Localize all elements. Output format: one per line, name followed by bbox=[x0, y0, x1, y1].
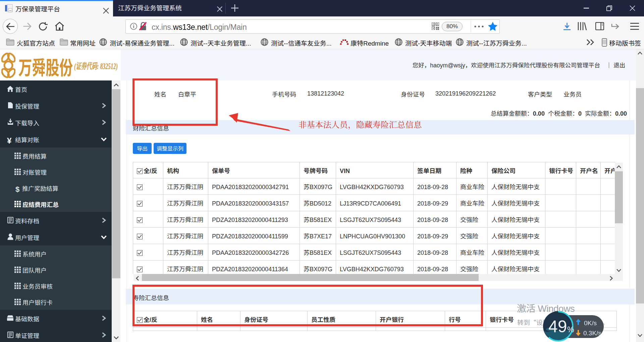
svg-text:%: % bbox=[567, 325, 574, 334]
svg-text:0.3K/s: 0.3K/s bbox=[583, 330, 601, 337]
svg-text:49: 49 bbox=[548, 317, 567, 336]
svg-text:0K/s: 0K/s bbox=[584, 320, 597, 327]
